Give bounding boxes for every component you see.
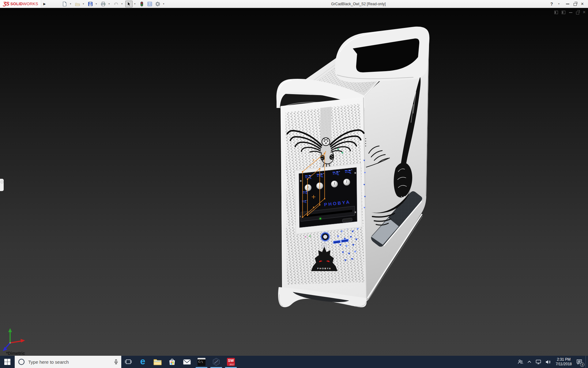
- system-tray: 2:31 PM 7/11/2018 3: [515, 356, 588, 368]
- task-view-button[interactable]: [121, 356, 135, 368]
- display-settings-button[interactable]: [146, 1, 153, 7]
- viewport-canvas[interactable]: PHOBYA: [0, 8, 588, 356]
- taskbar-command-prompt[interactable]: C:\: [194, 356, 209, 368]
- microphone-icon[interactable]: [113, 359, 119, 365]
- command-prompt-icon: C:\: [198, 358, 205, 366]
- windows-logo-icon: [4, 358, 11, 366]
- select-tool-button[interactable]: [125, 1, 133, 7]
- select-cursor-icon: [126, 2, 131, 6]
- orientation-label: *Dimetric: [6, 351, 25, 356]
- mail-icon: [183, 358, 191, 365]
- edge-icon: e: [140, 357, 145, 366]
- start-button[interactable]: [0, 356, 15, 368]
- rebuild-button[interactable]: [138, 1, 145, 7]
- tray-overflow-chevron[interactable]: [525, 356, 533, 368]
- save-button[interactable]: [87, 1, 94, 7]
- dropdown-caret-icon[interactable]: ▾: [162, 2, 165, 5]
- taskbar-store[interactable]: [165, 356, 179, 368]
- restore-button[interactable]: [574, 3, 577, 6]
- document-close-button[interactable]: ×: [583, 10, 586, 14]
- window-controls: ? ▾ ×: [550, 2, 588, 6]
- taskbar-mail[interactable]: [179, 356, 194, 368]
- solidworks-logo-mark: ƷS: [3, 1, 9, 7]
- document-minimize-button[interactable]: [569, 12, 572, 13]
- undo-button[interactable]: [112, 1, 120, 7]
- save-floppy-icon: [88, 2, 93, 6]
- dropdown-caret-icon[interactable]: ▾: [557, 2, 560, 5]
- help-button[interactable]: ?: [550, 2, 553, 6]
- dropdown-caret-icon[interactable]: ▾: [107, 2, 111, 5]
- open-folder-icon: [75, 2, 80, 6]
- people-button[interactable]: [515, 356, 525, 368]
- taskbar-edge[interactable]: e: [135, 356, 150, 368]
- dropdown-caret-icon[interactable]: ▾: [120, 2, 123, 5]
- feature-tree-flyout-tab[interactable]: [0, 179, 4, 191]
- property-list-icon: [147, 2, 152, 6]
- open-button[interactable]: [74, 1, 81, 7]
- options-button[interactable]: [154, 1, 161, 7]
- brand-text-solid: SOLID: [10, 2, 23, 6]
- brand-text-works: WORKS: [23, 2, 38, 6]
- hexagon-app-icon: [212, 358, 221, 366]
- taskbar-hexagon-app[interactable]: [209, 356, 224, 368]
- dropdown-caret-icon[interactable]: ▾: [69, 2, 72, 5]
- action-center-button[interactable]: 3: [575, 356, 586, 368]
- undo-icon: [114, 2, 119, 6]
- network-button[interactable]: [533, 356, 543, 368]
- pane-toggle-icon[interactable]: [562, 11, 565, 14]
- dropdown-caret-icon[interactable]: ▾: [95, 2, 98, 5]
- store-icon: [168, 358, 176, 366]
- traffic-light-icon: [139, 2, 144, 6]
- taskbar-clock[interactable]: 2:31 PM 7/11/2018: [553, 357, 575, 366]
- speaker-icon: [545, 360, 551, 364]
- graphics-viewport[interactable]: PHOBYA: [0, 8, 588, 356]
- titlebar: ƷS SOLIDWORKS ▶ ▾ ▾ ▾ ▾ ▾ ▾: [0, 0, 588, 8]
- pane-toggle-icon[interactable]: [554, 11, 558, 14]
- dropdown-caret-icon[interactable]: ▾: [82, 2, 85, 5]
- document-restore-button[interactable]: [576, 12, 579, 14]
- new-document-icon: [62, 2, 67, 6]
- badge-brand-text: PHOBYA: [317, 267, 331, 270]
- volume-button[interactable]: [543, 356, 553, 368]
- quick-access-toolbar: ▾ ▾ ▾ ▾ ▾ ▾ ▾: [61, 1, 166, 7]
- taskbar-solidworks[interactable]: SW2017: [224, 356, 238, 368]
- chevron-up-icon: [527, 360, 531, 363]
- solidworks-2017-icon: SW2017: [227, 358, 235, 366]
- document-window-controls: ×: [554, 10, 586, 14]
- tree-tab-dot-icon: [1, 181, 3, 183]
- taskbar: e C:\: [0, 356, 588, 368]
- close-button[interactable]: ×: [581, 2, 584, 6]
- print-icon: [101, 2, 106, 6]
- notification-badge: 3: [580, 362, 584, 367]
- gear-icon: [155, 2, 160, 6]
- clock-date: 7/11/2018: [556, 362, 572, 366]
- show-desktop-button[interactable]: [586, 356, 588, 368]
- cortana-icon: [18, 359, 24, 365]
- file-explorer-icon: [153, 358, 162, 366]
- new-document-button[interactable]: [61, 1, 68, 7]
- network-icon: [536, 359, 541, 364]
- solidworks-logo: ƷS SOLIDWORKS: [0, 0, 41, 8]
- menu-flyout-arrow[interactable]: ▶: [41, 2, 48, 6]
- solidworks-window: ƷS SOLIDWORKS ▶ ▾ ▾ ▾ ▾ ▾ ▾: [0, 0, 588, 368]
- front-panel[interactable]: PHOBYA: [281, 97, 367, 299]
- taskbar-file-explorer[interactable]: [150, 356, 165, 368]
- taskbar-search[interactable]: [15, 356, 121, 368]
- dropdown-caret-icon[interactable]: ▾: [133, 2, 136, 5]
- document-title: GrCadBlack_Owl_S2 [Read-only]: [166, 2, 550, 6]
- search-input[interactable]: [28, 359, 111, 365]
- clock-time: 2:31 PM: [557, 357, 571, 362]
- print-button[interactable]: [100, 1, 107, 7]
- drive-led: [320, 218, 321, 220]
- minimize-button[interactable]: [566, 3, 569, 4]
